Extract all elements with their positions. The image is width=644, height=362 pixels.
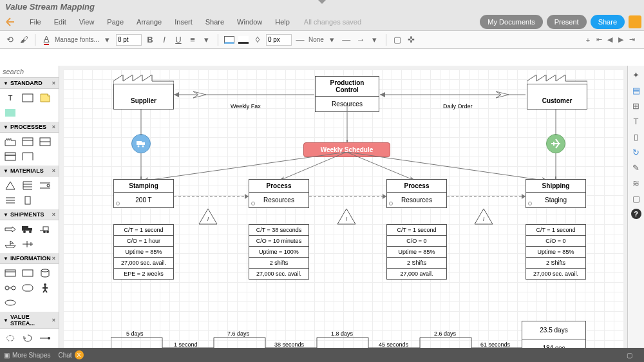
share-button[interactable]: Share — [591, 15, 625, 29]
shipping-box[interactable]: Shipping Staging — [526, 179, 586, 208]
loop-shape[interactable] — [20, 332, 35, 345]
help-icon[interactable]: ? — [631, 209, 641, 219]
paint-format-icon[interactable]: 🖌 — [18, 34, 30, 46]
collapse-icon[interactable] — [318, 0, 326, 4]
page-icon[interactable]: ▯ — [631, 131, 641, 142]
fullscreen-icon[interactable]: ▢ — [627, 352, 632, 359]
fill-shape[interactable] — [3, 106, 18, 119]
font-color-icon[interactable]: A — [41, 34, 52, 46]
inventory-1[interactable]: I — [198, 208, 218, 226]
info-box2-shape[interactable] — [20, 267, 35, 280]
factory-shape[interactable] — [3, 135, 18, 148]
data-table-1[interactable]: C/T = 1 second C/O = 1 hour Uptime = 85%… — [113, 224, 174, 280]
sparkle-icon[interactable]: ✦ — [631, 70, 641, 80]
kaizen-shape[interactable] — [3, 332, 18, 345]
boat-shape[interactable] — [3, 238, 18, 251]
menu-edit[interactable]: Edit — [48, 15, 73, 28]
rounded-shape[interactable] — [20, 281, 35, 294]
search-input[interactable] — [0, 66, 59, 77]
text-tool-icon[interactable]: T — [631, 116, 641, 126]
line-width-input[interactable] — [266, 34, 292, 46]
operator-shape[interactable] — [37, 281, 53, 294]
italic-icon[interactable]: I — [158, 34, 170, 46]
glasses-shape[interactable] — [3, 281, 18, 294]
shape-options-icon[interactable]: ◊ — [252, 34, 263, 46]
arrow-start-dd[interactable]: ▾ — [327, 34, 338, 46]
stamping-box[interactable]: Stamping 200 T — [113, 179, 174, 208]
inventory-2[interactable]: I — [337, 208, 356, 226]
history-icon[interactable]: ↻ — [631, 147, 641, 157]
data-table-3[interactable]: C/T = 1 second C/O = 0 Uptime = 85% 2 Sh… — [386, 224, 447, 280]
align-icon[interactable]: ≡ — [187, 34, 198, 46]
pull-shape[interactable] — [37, 332, 53, 345]
user-button[interactable] — [629, 15, 641, 28]
truck-icon[interactable] — [131, 134, 151, 153]
process-shape[interactable] — [20, 135, 35, 148]
line-style-icon[interactable]: — — [294, 34, 306, 46]
info-box-shape[interactable] — [3, 267, 18, 280]
rect-shape[interactable] — [20, 91, 35, 104]
first-page-icon[interactable]: ⇤ — [594, 35, 603, 44]
plane-icon[interactable] — [546, 134, 565, 153]
buffer-shape[interactable] — [20, 194, 35, 207]
layers-icon[interactable]: ▤ — [631, 85, 641, 95]
arrow-line-icon[interactable]: — — [341, 34, 352, 46]
panel-valuestream[interactable]: ▼VALUE STREA...× — [0, 312, 59, 329]
arrow-end-dd[interactable]: ▾ — [369, 34, 381, 46]
ruler-icon[interactable]: ⊞ — [631, 100, 641, 111]
menu-view[interactable]: View — [73, 15, 101, 28]
fifo-shape[interactable] — [37, 179, 53, 192]
add-page-icon[interactable]: + — [583, 35, 592, 44]
undo-icon[interactable]: ⟲ — [4, 34, 15, 46]
panel-shipments[interactable]: ▼SHIPMENTS× — [0, 209, 59, 220]
border-color-icon[interactable] — [238, 34, 249, 46]
prev-page-icon[interactable]: ◀ — [605, 35, 614, 44]
text-shape[interactable]: T — [3, 91, 18, 104]
font-size-input[interactable] — [116, 34, 142, 46]
menu-arrange[interactable]: Arrange — [130, 15, 168, 28]
truck-shape[interactable] — [20, 223, 35, 236]
process3-box[interactable]: Process Resources — [386, 179, 447, 208]
menu-window[interactable]: Window — [231, 15, 269, 28]
menu-insert[interactable]: Insert — [168, 15, 199, 28]
arrow-end-icon[interactable]: → — [355, 34, 366, 46]
panel-materials[interactable]: ▼MATERIALS× — [0, 166, 59, 176]
supplier-box[interactable]: Supplier — [113, 84, 174, 110]
cell-shape[interactable] — [20, 150, 35, 163]
present-icon[interactable]: ▢ — [631, 193, 641, 204]
data-table-4[interactable]: C/T = 1 second C/O = 0 Uptime = 85% 2 Sh… — [526, 224, 586, 280]
note-shape[interactable] — [37, 91, 53, 104]
stack-icon[interactable]: ≋ — [631, 178, 641, 188]
my-documents-button[interactable]: My Documents — [480, 15, 542, 29]
ship-arrow-shape[interactable] — [3, 223, 18, 236]
database-shape[interactable] — [37, 267, 53, 280]
forklift-shape[interactable] — [37, 223, 53, 236]
crop-icon[interactable]: ✜ — [406, 34, 417, 46]
more-shapes-button[interactable]: ▣ More Shapes — [4, 352, 50, 359]
last-page-icon[interactable]: ⇥ — [627, 35, 636, 44]
data-table-2[interactable]: C/T = 38 seconds C/O = 10 minutes Uptime… — [249, 224, 309, 280]
bold-icon[interactable]: B — [144, 34, 156, 46]
text-options-icon[interactable]: ▾ — [201, 34, 213, 46]
menu-page[interactable]: Page — [100, 15, 130, 28]
canvas[interactable]: Supplier Customer Production Control Res… — [59, 66, 627, 362]
oval-shape[interactable] — [3, 296, 18, 309]
menu-share[interactable]: Share — [199, 15, 231, 28]
image-icon[interactable]: ▢ — [392, 34, 403, 46]
process2-box[interactable]: Process Resources — [249, 179, 309, 208]
plane-shape[interactable] — [20, 238, 35, 251]
underline-icon[interactable]: U — [173, 34, 184, 46]
menu-file[interactable]: File — [23, 15, 48, 28]
fill-color-icon[interactable] — [223, 34, 235, 46]
arrow-start-select[interactable]: None — [308, 36, 324, 43]
safety-shape[interactable] — [3, 194, 18, 207]
chat-button[interactable]: Chat X — [58, 350, 83, 359]
comments-icon[interactable]: ✎ — [631, 162, 641, 173]
shared-shape[interactable] — [3, 150, 18, 163]
panel-information[interactable]: ▼INFORMATION× — [0, 253, 59, 264]
customer-box[interactable]: Customer — [527, 84, 587, 110]
app-logo-icon[interactable] — [3, 14, 18, 30]
data-shape[interactable] — [37, 135, 53, 148]
inventory-3[interactable]: I — [474, 208, 493, 226]
inventory-shape[interactable] — [3, 179, 18, 192]
